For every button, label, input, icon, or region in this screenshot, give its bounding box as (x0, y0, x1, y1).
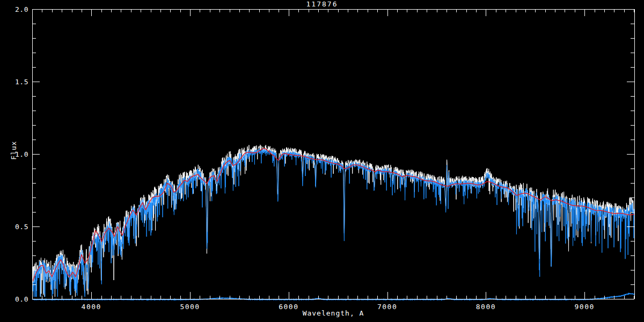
x-tick-label: 7000 (369, 303, 406, 311)
axis-ticks (32, 9, 634, 299)
y-tick-label: 1.5 (0, 78, 28, 86)
x-tick-label: 6000 (270, 303, 308, 311)
y-tick-label: 0.0 (0, 295, 28, 303)
x-axis-label: Wavelength, A (0, 310, 644, 317)
y-tick-label: 1.0 (0, 150, 28, 158)
x-tick-label: 4000 (72, 303, 110, 311)
x-tick-label: 5000 (171, 303, 209, 311)
y-tick-label: 0.5 (0, 223, 28, 231)
plot-title: 117876 (0, 1, 644, 8)
x-tick-label: 8000 (467, 303, 504, 311)
plot-window: 117876 Wavelength, A Flux 0.00.51.01.52.… (0, 0, 644, 322)
x-tick-label: 9000 (566, 303, 603, 311)
y-tick-label: 2.0 (0, 5, 28, 13)
raw-spectrum-line (32, 145, 634, 297)
spectrum-plot (0, 0, 644, 322)
axes-frame (32, 9, 634, 299)
